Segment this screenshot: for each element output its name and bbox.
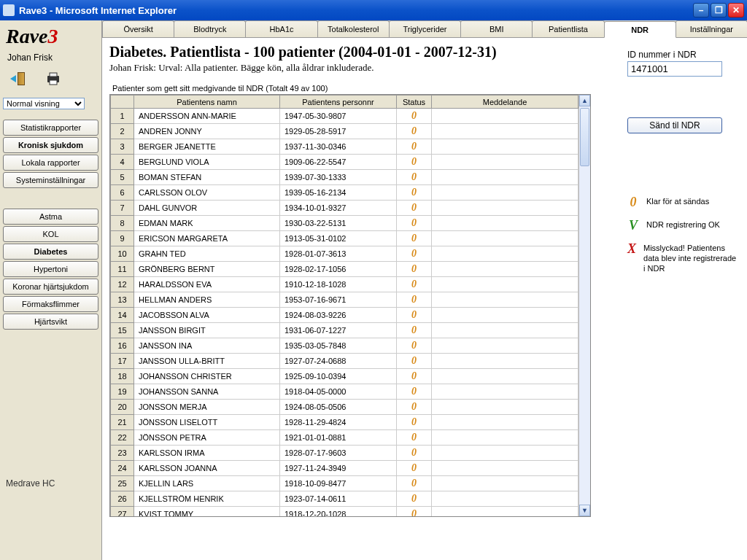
- cell-message[interactable]: [432, 262, 578, 277]
- cell-status[interactable]: 0: [397, 415, 432, 430]
- cell-status[interactable]: 0: [397, 446, 432, 461]
- row-number[interactable]: 12: [111, 277, 134, 292]
- cell-name[interactable]: CARLSSON OLOV: [134, 185, 280, 201]
- cell-message[interactable]: [432, 338, 578, 354]
- cell-pnr[interactable]: 1918-10-09-8477: [280, 476, 397, 491]
- cell-pnr[interactable]: 1928-01-07-3613: [280, 246, 397, 262]
- cell-name[interactable]: EDMAN MARK: [134, 216, 280, 231]
- table-row[interactable]: 25KJELLIN LARS1918-10-09-84770: [111, 476, 578, 491]
- table-row[interactable]: 18JOHANSSON CHRISTER1925-09-10-03940: [111, 369, 578, 384]
- cell-message[interactable]: [432, 461, 578, 476]
- row-number[interactable]: 20: [111, 400, 134, 415]
- cell-pnr[interactable]: 1939-07-30-1333: [280, 170, 397, 185]
- cell-pnr[interactable]: 1939-05-16-2134: [280, 185, 397, 201]
- cell-message[interactable]: [432, 124, 578, 139]
- cell-name[interactable]: JANSSON BIRGIT: [134, 323, 280, 338]
- tab[interactable]: Blodtryck: [174, 20, 246, 37]
- cell-name[interactable]: BERGER JEANETTE: [134, 139, 280, 155]
- row-number[interactable]: 4: [111, 155, 134, 170]
- cell-status[interactable]: 0: [397, 400, 432, 415]
- table-row[interactable]: 11GRÖNBERG BERNT1928-02-17-10560: [111, 262, 578, 277]
- sidebar-button[interactable]: Astma: [3, 209, 98, 225]
- row-number[interactable]: 14: [111, 308, 134, 323]
- row-number[interactable]: 27: [111, 507, 134, 517]
- cell-message[interactable]: [432, 400, 578, 415]
- cell-message[interactable]: [432, 430, 578, 446]
- row-number[interactable]: 2: [111, 124, 134, 139]
- cell-status[interactable]: 0: [397, 277, 432, 292]
- row-number[interactable]: 9: [111, 231, 134, 246]
- cell-pnr[interactable]: 1937-11-30-0346: [280, 139, 397, 155]
- maximize-button[interactable]: ❐: [711, 3, 727, 18]
- row-number[interactable]: 23: [111, 446, 134, 461]
- cell-status[interactable]: 0: [397, 430, 432, 446]
- table-row[interactable]: 3BERGER JEANETTE1937-11-30-03460: [111, 139, 578, 155]
- cell-message[interactable]: [432, 354, 578, 369]
- cell-pnr[interactable]: 1910-12-18-1028: [280, 277, 397, 292]
- col-status[interactable]: Status: [397, 96, 432, 109]
- cell-message[interactable]: [432, 369, 578, 384]
- print-icon[interactable]: [45, 71, 61, 86]
- cell-message[interactable]: [432, 155, 578, 170]
- cell-pnr[interactable]: 1924-08-03-9226: [280, 308, 397, 323]
- cell-pnr[interactable]: 1925-09-10-0394: [280, 369, 397, 384]
- cell-name[interactable]: ANDERSSON ANN-MARIE: [134, 109, 280, 124]
- cell-name[interactable]: ANDREN JONNY: [134, 124, 280, 139]
- cell-pnr[interactable]: 1928-02-17-1056: [280, 262, 397, 277]
- cell-name[interactable]: GRÖNBERG BERNT: [134, 262, 280, 277]
- table-row[interactable]: 24KARLSSON JOANNA1927-11-24-39490: [111, 461, 578, 476]
- sidebar-button[interactable]: KOL: [3, 226, 98, 242]
- cell-pnr[interactable]: 1929-05-28-5917: [280, 124, 397, 139]
- cell-pnr[interactable]: 1927-11-24-3949: [280, 461, 397, 476]
- table-row[interactable]: 26KJELLSTRÖM HENRIK1923-07-14-06110: [111, 491, 578, 507]
- tab[interactable]: Översikt: [102, 20, 174, 37]
- cell-message[interactable]: [432, 139, 578, 155]
- cell-pnr[interactable]: 1918-12-20-1028: [280, 507, 397, 517]
- table-row[interactable]: 7DAHL GUNVOR1934-10-01-93270: [111, 201, 578, 216]
- row-number[interactable]: 19: [111, 384, 134, 400]
- row-number[interactable]: 25: [111, 476, 134, 491]
- cell-name[interactable]: JÖNSSON PETRA: [134, 430, 280, 446]
- row-number[interactable]: 8: [111, 216, 134, 231]
- cell-message[interactable]: [432, 277, 578, 292]
- table-row[interactable]: 13HELLMAN ANDERS1953-07-16-96710: [111, 292, 578, 308]
- cell-pnr[interactable]: 1931-06-07-1227: [280, 323, 397, 338]
- minimize-button[interactable]: –: [693, 3, 709, 18]
- cell-status[interactable]: 0: [397, 507, 432, 517]
- cell-message[interactable]: [432, 170, 578, 185]
- tab[interactable]: BMI: [460, 20, 533, 37]
- sidebar-button[interactable]: Kronisk sjukdom: [3, 137, 98, 153]
- exit-icon[interactable]: [10, 71, 25, 86]
- tab[interactable]: Inställningar: [676, 20, 747, 37]
- viewmode-select[interactable]: Normal visning: [3, 98, 85, 109]
- cell-pnr[interactable]: 1935-03-05-7848: [280, 338, 397, 354]
- row-number[interactable]: 7: [111, 201, 134, 216]
- cell-name[interactable]: KARLSSON JOANNA: [134, 461, 280, 476]
- col-rownum[interactable]: [111, 96, 134, 109]
- cell-status[interactable]: 0: [397, 491, 432, 507]
- row-number[interactable]: 22: [111, 430, 134, 446]
- cell-name[interactable]: KJELLIN LARS: [134, 476, 280, 491]
- cell-status[interactable]: 0: [397, 216, 432, 231]
- table-row[interactable]: 5BOMAN STEFAN1939-07-30-13330: [111, 170, 578, 185]
- cell-message[interactable]: [432, 308, 578, 323]
- cell-status[interactable]: 0: [397, 308, 432, 323]
- cell-message[interactable]: [432, 216, 578, 231]
- cell-status[interactable]: 0: [397, 109, 432, 124]
- cell-message[interactable]: [432, 109, 578, 124]
- table-row[interactable]: 21JÖNSSON LISELOTT1928-11-29-48240: [111, 415, 578, 430]
- table-row[interactable]: 10GRAHN TED1928-01-07-36130: [111, 246, 578, 262]
- table-row[interactable]: 19JOHANSSON SANNA1918-04-05-00000: [111, 384, 578, 400]
- cell-status[interactable]: 0: [397, 323, 432, 338]
- cell-status[interactable]: 0: [397, 170, 432, 185]
- row-number[interactable]: 13: [111, 292, 134, 308]
- cell-message[interactable]: [432, 491, 578, 507]
- ndr-id-input[interactable]: [627, 61, 722, 77]
- sidebar-button[interactable]: Systeminställningar: [3, 172, 98, 188]
- tab[interactable]: Patientlista: [532, 20, 604, 37]
- cell-status[interactable]: 0: [397, 185, 432, 201]
- table-row[interactable]: 27KVIST TOMMY1918-12-20-10280: [111, 507, 578, 517]
- cell-name[interactable]: JÖNSSON LISELOTT: [134, 415, 280, 430]
- cell-name[interactable]: DAHL GUNVOR: [134, 201, 280, 216]
- row-number[interactable]: 10: [111, 246, 134, 262]
